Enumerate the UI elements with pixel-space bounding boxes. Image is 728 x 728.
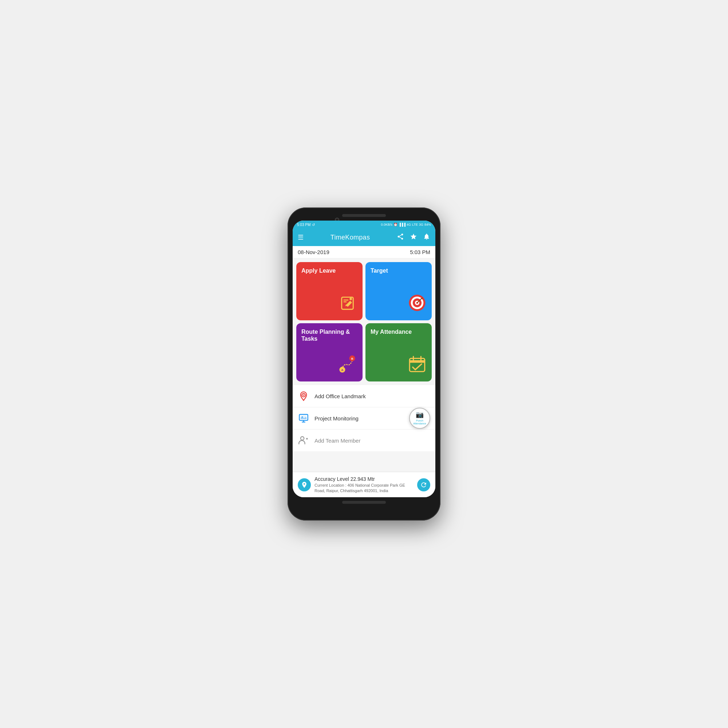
- target-card[interactable]: Target: [366, 262, 432, 320]
- svg-point-26: [302, 416, 303, 418]
- share-icon[interactable]: [397, 233, 404, 242]
- speaker-bottom: [342, 501, 386, 504]
- speaker-top: [342, 214, 386, 217]
- app-title: TimeKompas: [330, 234, 370, 241]
- bell-icon[interactable]: [423, 233, 430, 242]
- star-icon[interactable]: [410, 233, 417, 242]
- status-signal-icon: ▐▐▐: [399, 223, 405, 226]
- phone-device: 5:03 PM ↺ 0.0KB/s ⏰ ▐▐▐ 4G LTE 3G 84% ☰ …: [288, 208, 440, 520]
- location-text-block: Accuracy Level 22.943 Mtr Current Locati…: [315, 476, 413, 493]
- location-pin-icon: [298, 390, 309, 402]
- bottom-location-bar: Accuracy Level 22.943 Mtr Current Locati…: [293, 472, 435, 497]
- add-team-member-item[interactable]: Add Team Member: [293, 430, 435, 452]
- accuracy-text: Accuracy Level 22.943 Mtr: [315, 476, 413, 482]
- menu-icon[interactable]: ☰: [298, 233, 304, 241]
- svg-point-27: [301, 437, 304, 440]
- refresh-button[interactable]: [417, 478, 430, 491]
- app-bar: ☰ TimeKompas: [293, 229, 435, 246]
- route-label: Route Planning & Tasks: [301, 328, 358, 342]
- svg-point-21: [303, 399, 305, 401]
- punch-attendance-button[interactable]: 📷 Punch Attendance: [409, 408, 430, 429]
- main-content: Apply Leave: [293, 258, 435, 472]
- add-office-landmark-text: Add Office Landmark: [315, 393, 366, 399]
- monitor-icon: [298, 412, 309, 424]
- status-lte-icon: LTE: [412, 223, 418, 226]
- add-office-landmark-item[interactable]: Add Office Landmark: [293, 385, 435, 407]
- status-network: 0.0KB/s: [381, 223, 392, 226]
- edit-icon: [339, 294, 358, 315]
- my-attendance-card[interactable]: My Attendance: [366, 323, 432, 381]
- punch-label: Punch Attendance: [410, 419, 430, 425]
- svg-text:B: B: [351, 357, 353, 360]
- location-detail: Current Location : 406 National Corporat…: [315, 483, 413, 493]
- camera-icon: 📷: [416, 411, 424, 419]
- attendance-label: My Attendance: [370, 328, 427, 335]
- person-icon: [298, 434, 309, 446]
- svg-point-20: [303, 395, 304, 396]
- status-alarm-icon: ⏰: [393, 223, 398, 226]
- status-time: 5:03 PM: [297, 223, 310, 227]
- calendar-icon: [408, 355, 427, 376]
- status-4g-label: 4G: [407, 223, 411, 226]
- list-section: Add Office Landmark: [293, 385, 435, 452]
- svg-text:A: A: [341, 369, 344, 372]
- status-sync-icon: ↺: [312, 223, 315, 227]
- date-time-bar: 08-Nov-2019 5:03 PM: [293, 246, 435, 258]
- current-date: 08-Nov-2019: [298, 249, 329, 255]
- current-time: 5:03 PM: [410, 249, 430, 255]
- route-icon: A B: [337, 353, 358, 376]
- menu-grid: Apply Leave: [293, 258, 435, 385]
- project-monitoring-item[interactable]: Project Monitoring 📷 Punch Attendance: [293, 407, 435, 430]
- svg-rect-16: [410, 360, 425, 363]
- project-monitoring-text: Project Monitoring: [315, 415, 359, 422]
- location-icon: [298, 478, 311, 491]
- svg-rect-2: [344, 301, 347, 303]
- svg-rect-1: [344, 300, 348, 301]
- route-planning-card[interactable]: Route Planning & Tasks A B: [296, 323, 362, 381]
- apply-leave-label: Apply Leave: [301, 267, 358, 274]
- apply-leave-card[interactable]: Apply Leave: [296, 262, 362, 320]
- target-icon: [408, 294, 427, 315]
- target-label: Target: [370, 267, 427, 274]
- status-3g-label: 3G: [419, 223, 423, 226]
- status-bar: 5:03 PM ↺ 0.0KB/s ⏰ ▐▐▐ 4G LTE 3G 84%: [293, 220, 435, 229]
- add-team-member-text: Add Team Member: [315, 437, 360, 444]
- phone-screen: 5:03 PM ↺ 0.0KB/s ⏰ ▐▐▐ 4G LTE 3G 84% ☰ …: [293, 220, 435, 497]
- status-battery: 84%: [424, 223, 431, 226]
